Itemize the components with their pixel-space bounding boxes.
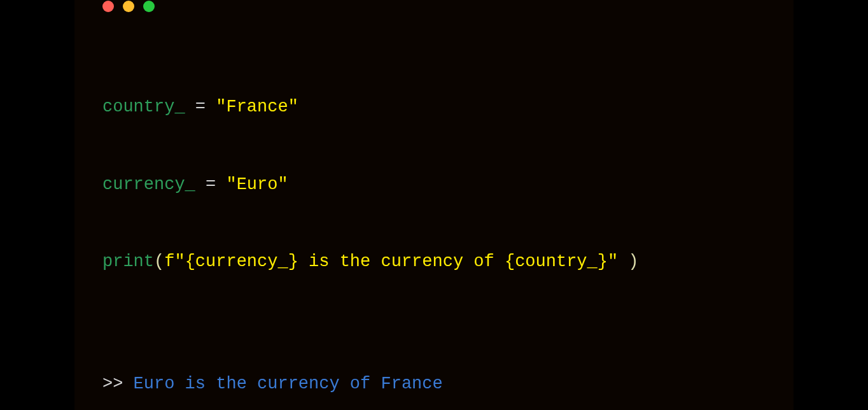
whitespace (618, 252, 628, 271)
output-text: Euro is the currency of France (134, 374, 443, 393)
maximize-icon[interactable] (143, 1, 155, 12)
code-line-3: print(f"{currency_} is the currency of {… (102, 249, 766, 275)
code-area: country_ = "France" currency_ = "Euro" p… (102, 43, 766, 327)
brace-open: { (185, 252, 195, 271)
code-line-2: currency_ = "Euro" (102, 172, 766, 198)
brace-close: } (598, 252, 608, 271)
terminal-window: country_ = "France" currency_ = "Euro" p… (74, 0, 794, 410)
brace-open: { (505, 252, 515, 271)
variable-name: currency_ (102, 175, 195, 194)
string-literal: "France" (216, 97, 298, 117)
minimize-icon[interactable] (123, 1, 134, 12)
output-prompt: >> (102, 374, 134, 393)
string-quote: " (174, 252, 185, 271)
string-literal: "Euro" (226, 175, 288, 194)
string-text: is the currency of (298, 252, 505, 271)
function-name: print (102, 252, 154, 271)
f-prefix: f (164, 252, 174, 271)
interp-var: country_ (515, 252, 598, 271)
operator: = (195, 175, 227, 194)
string-quote: " (608, 252, 618, 271)
traffic-lights (102, 1, 766, 12)
output-area: >> Euro is the currency of France (102, 371, 766, 397)
paren-close: ) (628, 252, 638, 271)
code-line-1: country_ = "France" (102, 94, 766, 120)
brace-close: } (288, 252, 298, 271)
variable-name: country_ (102, 97, 185, 117)
operator: = (185, 97, 216, 117)
interp-var: currency_ (195, 252, 288, 271)
paren-open: ( (154, 252, 164, 271)
close-icon[interactable] (102, 1, 114, 12)
